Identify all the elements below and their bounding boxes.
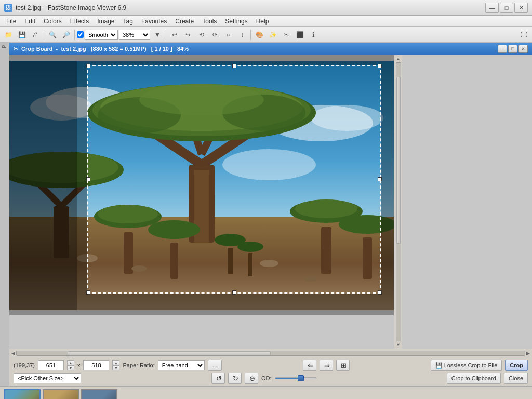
width-down[interactable]: ▼ bbox=[67, 365, 74, 370]
toolbar-zoom-dropdown[interactable]: ▼ bbox=[151, 29, 164, 41]
menu-tag[interactable]: Tag bbox=[119, 16, 137, 26]
image-viewport bbox=[9, 55, 394, 315]
rotate-ccw-btn[interactable]: ↺ bbox=[211, 373, 225, 384]
height-up[interactable]: ▲ bbox=[112, 360, 119, 365]
menu-image[interactable]: Image bbox=[93, 16, 118, 26]
toolbar-save[interactable]: 💾 bbox=[16, 29, 28, 41]
sidebar-label: P bbox=[2, 45, 7, 48]
zoom-select[interactable]: 38% bbox=[119, 30, 150, 40]
hscroll-track[interactable] bbox=[16, 351, 525, 356]
od-slider[interactable] bbox=[275, 377, 316, 379]
width-up[interactable]: ▲ bbox=[67, 360, 74, 365]
vscroll-down-btn[interactable]: ▼ bbox=[396, 342, 401, 348]
crosshair-btn[interactable]: ⊕ bbox=[245, 373, 258, 384]
minimize-button[interactable]: — bbox=[485, 3, 499, 13]
smooth-select[interactable]: Smooth bbox=[85, 30, 118, 40]
od-thumb[interactable] bbox=[298, 375, 304, 381]
toolbar-btn6[interactable]: ↕ bbox=[236, 29, 248, 41]
height-spinner[interactable]: ▲ ▼ bbox=[112, 360, 119, 370]
toolbar-fullscreen[interactable]: ⛶ bbox=[517, 29, 530, 41]
toolbar-effects[interactable]: ✨ bbox=[267, 29, 279, 41]
toolbar-btn2[interactable]: ↪ bbox=[182, 29, 194, 41]
thumbnail-1[interactable] bbox=[4, 389, 41, 399]
svg-rect-36 bbox=[363, 237, 372, 279]
vscroll-thumb[interactable] bbox=[396, 77, 401, 244]
more-options-btn[interactable]: ... bbox=[208, 360, 222, 371]
svg-point-5 bbox=[311, 105, 383, 131]
toolbar: 📁 💾 🖨 🔍 🔎 Smooth 38% ▼ ↩ ↪ ⟲ ⟳ ↔ ↕ 🎨 ✨ ✂… bbox=[0, 27, 532, 43]
menu-edit[interactable]: Edit bbox=[20, 16, 39, 26]
menu-file[interactable]: File bbox=[2, 16, 20, 26]
menu-effects[interactable]: Effects bbox=[66, 16, 93, 26]
vscroll-up-btn[interactable]: ▲ bbox=[396, 56, 401, 61]
title-bar: 🖼 test 2.jpg – FastStone Image Viewer 6.… bbox=[0, 0, 532, 16]
toolbar-open[interactable]: 📁 bbox=[2, 29, 15, 41]
lossless-crop-icon: 💾 bbox=[435, 362, 443, 368]
thumb-inner-2 bbox=[44, 390, 78, 399]
width-input[interactable] bbox=[38, 360, 64, 370]
app-icon: 🖼 bbox=[4, 4, 12, 12]
toolbar-btn5[interactable]: ↔ bbox=[222, 29, 235, 41]
toolbar-sep1 bbox=[44, 30, 44, 40]
toolbar-sep4 bbox=[250, 30, 251, 40]
close-crop-btn[interactable]: Close bbox=[504, 373, 528, 384]
toolbar-crop-icon[interactable]: ✂ bbox=[280, 29, 292, 41]
toolbar-info[interactable]: ℹ bbox=[307, 29, 320, 41]
main-area: P ✂ Crop Board - test 2.jpg (880 x 582 =… bbox=[0, 43, 532, 386]
menu-create[interactable]: Create bbox=[171, 16, 198, 26]
svg-point-35 bbox=[295, 200, 357, 218]
menu-tools[interactable]: Tools bbox=[198, 16, 221, 26]
svg-point-30 bbox=[98, 205, 158, 223]
toolbar-zoom-out[interactable]: 🔎 bbox=[60, 29, 72, 41]
width-spinner[interactable]: ▲ ▼ bbox=[67, 360, 74, 370]
crop-window: ✂ Crop Board - test 2.jpg (880 x 582 = 0… bbox=[9, 43, 532, 386]
thumb-inner-1 bbox=[5, 390, 39, 399]
paper-ratio-select[interactable]: Free hand bbox=[158, 360, 205, 370]
crop-window-titlebar: ✂ Crop Board - test 2.jpg (880 x 582 = 0… bbox=[9, 43, 532, 55]
x-label: x bbox=[77, 362, 81, 368]
toolbar-zoom-in[interactable]: 🔍 bbox=[46, 29, 59, 41]
hscroll-left-btn[interactable]: ◀ bbox=[10, 351, 16, 356]
other-size-select[interactable]: <Pick Other Size> bbox=[14, 373, 81, 383]
crop-window-maximize[interactable]: □ bbox=[508, 45, 517, 53]
crop-btn[interactable]: Crop bbox=[505, 360, 528, 371]
grid-btn[interactable]: ⊞ bbox=[336, 360, 350, 371]
crop-window-close[interactable]: ✕ bbox=[518, 45, 528, 53]
maximize-button[interactable]: □ bbox=[500, 3, 513, 13]
lossless-crop-btn[interactable]: 💾 Lossless Crop to File bbox=[431, 360, 502, 371]
crop-window-title-text: Crop Board - test 2.jpg (880 x 582 = 0.5… bbox=[21, 46, 189, 52]
crop-to-clipboard-btn[interactable]: Crop to Clipboard bbox=[447, 373, 501, 384]
svg-point-41 bbox=[237, 242, 263, 252]
toolbar-sep2 bbox=[74, 30, 75, 40]
height-input[interactable] bbox=[83, 360, 109, 370]
vertical-scrollbar[interactable]: ▲ ▼ bbox=[394, 55, 402, 349]
rotate-cw-btn[interactable]: ↻ bbox=[228, 373, 242, 384]
menu-favorites[interactable]: Favorites bbox=[137, 16, 171, 26]
crop-window-minimize[interactable]: — bbox=[498, 45, 507, 53]
height-down[interactable]: ▼ bbox=[112, 365, 119, 370]
thumbnail-2[interactable] bbox=[43, 389, 79, 399]
hscroll-thumb[interactable] bbox=[68, 351, 271, 355]
toolbar-color[interactable]: 🎨 bbox=[253, 29, 265, 41]
menu-settings[interactable]: Settings bbox=[221, 16, 251, 26]
close-app-button[interactable]: ✕ bbox=[514, 3, 528, 13]
smooth-checkbox[interactable] bbox=[77, 31, 84, 38]
menu-colors[interactable]: Colors bbox=[39, 16, 66, 26]
menu-bar: File Edit Colors Effects Image Tag Favor… bbox=[0, 16, 532, 27]
left-sidebar: P bbox=[0, 43, 9, 386]
toolbar-resize[interactable]: ⬛ bbox=[294, 29, 306, 41]
toolbar-btn3[interactable]: ⟲ bbox=[195, 29, 208, 41]
hscroll-right-btn[interactable]: ▶ bbox=[525, 351, 531, 356]
toolbar-btn4[interactable]: ⟳ bbox=[209, 29, 221, 41]
flip-v-btn[interactable]: ⇒ bbox=[320, 360, 333, 371]
toolbar-print[interactable]: 🖨 bbox=[29, 29, 42, 41]
svg-point-32 bbox=[148, 220, 200, 239]
menu-help[interactable]: Help bbox=[252, 16, 273, 26]
toolbar-btn1[interactable]: ↩ bbox=[168, 29, 181, 41]
od-slider-container[interactable] bbox=[275, 377, 316, 379]
horizontal-scrollbar[interactable]: ◀ ▶ bbox=[9, 349, 532, 357]
svg-rect-38 bbox=[228, 248, 233, 274]
thumbnail-3[interactable] bbox=[81, 389, 117, 399]
vscroll-track[interactable] bbox=[396, 62, 401, 341]
flip-h-btn[interactable]: ⇐ bbox=[303, 360, 316, 371]
